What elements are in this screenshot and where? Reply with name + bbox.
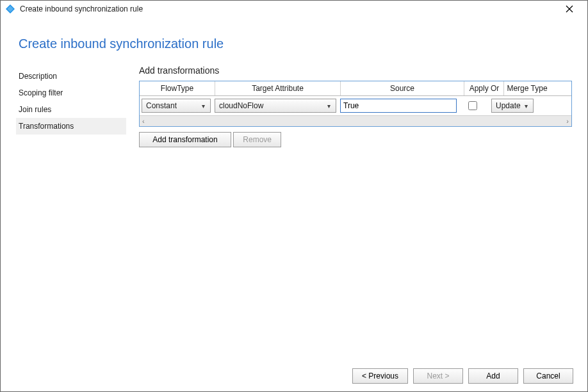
sidebar-item-scoping-filter[interactable]: Scoping filter [16, 85, 126, 101]
wizard-sidebar: Description Scoping filter Join rules Tr… [16, 65, 126, 147]
flowtype-value: Constant [146, 101, 177, 110]
merge-value: Update [496, 101, 521, 110]
sidebar-item-transformations[interactable]: Transformations [16, 118, 126, 135]
window: Create inbound synchronization rule Crea… [0, 0, 588, 392]
next-button[interactable]: Next > [413, 368, 463, 384]
horizontal-scrollbar[interactable]: ‹ › [140, 115, 571, 126]
grid-row: Constant ▾ cloudNoFlow ▾ Update ▾ [140, 96, 571, 115]
section-heading: Add transformations [139, 65, 572, 76]
col-flowtype: FlowType [140, 81, 215, 95]
add-transformation-button[interactable]: Add transformation [139, 132, 231, 147]
chevron-down-icon: ▾ [521, 102, 530, 110]
wizard-footer: < Previous Next > Add Cancel [1, 366, 587, 391]
chevron-down-icon: ▾ [199, 102, 208, 110]
col-target: Target Attribute [215, 81, 341, 95]
content: Create inbound synchronization rule Desc… [1, 17, 587, 366]
previous-button[interactable]: < Previous [352, 368, 408, 384]
grid-actions: Add transformation Remove [139, 132, 572, 147]
scroll-left-icon: ‹ [142, 117, 145, 125]
scroll-right-icon: › [566, 117, 569, 125]
col-source: Source [341, 81, 464, 95]
sidebar-item-description[interactable]: Description [16, 68, 126, 85]
page-heading: Create inbound synchronization rule [19, 37, 572, 51]
col-merge: Merge Type [504, 81, 550, 95]
window-title: Create inbound synchronization rule [20, 4, 143, 13]
grid-header: FlowType Target Attribute Source Apply O… [140, 81, 571, 96]
cancel-button[interactable]: Cancel [523, 368, 573, 384]
transformations-grid: FlowType Target Attribute Source Apply O… [139, 81, 572, 127]
chevron-down-icon: ▾ [324, 102, 333, 110]
add-button[interactable]: Add [468, 368, 518, 384]
main-panel: Add transformations FlowType Target Attr… [139, 65, 572, 147]
flowtype-combo[interactable]: Constant ▾ [142, 99, 211, 113]
col-applyonce: Apply Or [464, 81, 504, 95]
source-input[interactable] [340, 99, 457, 113]
app-icon [6, 4, 15, 13]
target-attribute-combo[interactable]: cloudNoFlow ▾ [215, 99, 336, 113]
apply-once-checkbox[interactable] [468, 101, 477, 110]
titlebar: Create inbound synchronization rule [1, 1, 587, 17]
sidebar-item-join-rules[interactable]: Join rules [16, 101, 126, 118]
target-value: cloudNoFlow [219, 101, 263, 110]
merge-type-combo[interactable]: Update ▾ [491, 99, 534, 113]
close-button[interactable] [557, 1, 582, 17]
remove-button[interactable]: Remove [233, 132, 281, 147]
